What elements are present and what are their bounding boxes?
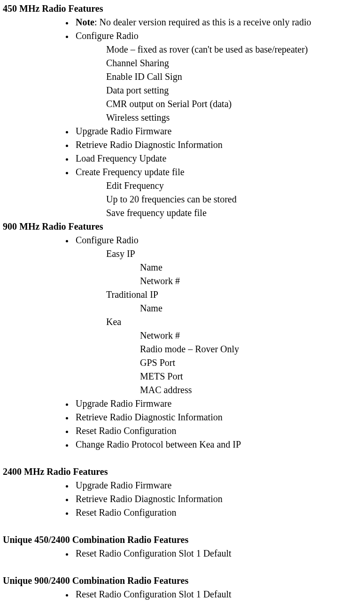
list-item: Upgrade Radio Firmware [73, 479, 361, 492]
sub-sub-item: MAC address [140, 383, 361, 397]
sub-sub-item: METS Port [140, 370, 361, 383]
list-item: Load Frequency Update [73, 152, 361, 165]
list-item: Reset Radio Configuration [73, 506, 361, 519]
heading-900: 900 MHz Radio Features [3, 220, 361, 233]
sub-sub-item: GPS Port [140, 356, 361, 370]
list-item: Reset Radio Configuration Slot 1 Default [73, 588, 361, 601]
sub-item: Edit Frequency [106, 179, 361, 193]
list-item: Retrieve Radio Diagnostic Information [73, 410, 361, 424]
sub-sub-item: Network # [140, 274, 361, 288]
list-item: Note: No dealer version required as this… [73, 15, 361, 29]
sub-item: Traditional IP [106, 288, 361, 302]
note-text: : No dealer version required as this is … [94, 17, 311, 27]
sub-item: CMR output on Serial Port (data) [106, 97, 361, 111]
sub-sub-item: Name [140, 302, 361, 315]
sub-item: Wireless settings [106, 111, 361, 124]
sub-item: Data port setting [106, 84, 361, 97]
heading-450: 450 MHz Radio Features [3, 2, 361, 15]
list-item: Configure Radio [73, 29, 361, 43]
list-item: Retrieve Radio Diagnostic Information [73, 492, 361, 506]
list-item: Change Radio Protocol between Kea and IP [73, 438, 361, 451]
heading-2400: 2400 MHz Radio Features [3, 465, 361, 479]
sub-item: Save frequency update file [106, 206, 361, 220]
sub-sub-item: Radio mode – Rover Only [140, 342, 361, 356]
heading-u450-2400: Unique 450/2400 Combination Radio Featur… [3, 533, 361, 547]
sub-item: Up to 20 frequencies can be stored [106, 193, 361, 206]
note-label: Note [76, 17, 94, 27]
list-item: Create Frequency update file [73, 165, 361, 179]
sub-item: Easy IP [106, 247, 361, 261]
sub-item: Enable ID Call Sign [106, 70, 361, 84]
sub-item: Mode – fixed as rover (can't be used as … [106, 43, 361, 56]
heading-u900-2400: Unique 900/2400 Combination Radio Featur… [3, 574, 361, 588]
list-item: Retrieve Radio Diagnostic Information [73, 138, 361, 152]
sub-item: Kea [106, 315, 361, 329]
list-item: Reset Radio Configuration [73, 424, 361, 438]
sub-item: Channel Sharing [106, 56, 361, 70]
list-item: Configure Radio [73, 233, 361, 247]
sub-sub-item: Name [140, 261, 361, 274]
list-item: Upgrade Radio Firmware [73, 397, 361, 410]
list-item: Upgrade Radio Firmware [73, 124, 361, 138]
list-item: Reset Radio Configuration Slot 1 Default [73, 547, 361, 560]
sub-sub-item: Network # [140, 329, 361, 342]
